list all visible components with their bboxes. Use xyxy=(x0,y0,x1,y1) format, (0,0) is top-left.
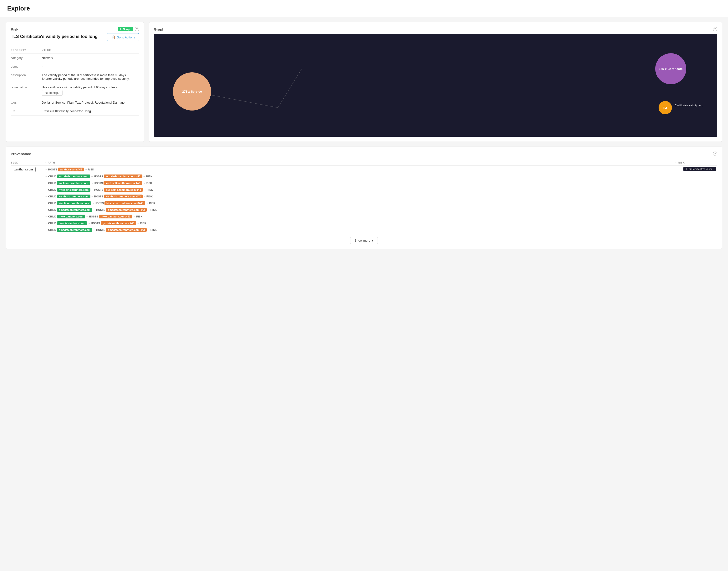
graph-lines xyxy=(154,34,717,137)
path-tag-teal[interactable]: kaelosoft.zanthora.com xyxy=(57,181,90,185)
property-value: Denial-of-Service, Plain Text Protocol, … xyxy=(42,98,139,107)
seed-badge: zanthora.com xyxy=(12,167,35,172)
path-items: →CHILDkineticore.zanthora.com→HOSTSkinet… xyxy=(45,201,674,205)
prov-path-cell: →CHILDnyxisainc.zanthora.com→HOSTSnyxisa… xyxy=(44,187,674,193)
property-name: urn xyxy=(11,107,42,116)
risk-result-badge: TLS Certificate's validi... xyxy=(683,167,716,171)
path-tag-orange[interactable]: xanthorix.zanthora.com:443 xyxy=(104,195,143,198)
prov-path-cell: →HOSTSzanthora.com:443→RISK xyxy=(44,166,674,173)
property-name: category xyxy=(11,54,42,62)
prov-seed-cell xyxy=(11,207,44,213)
path-label: →HOSTS xyxy=(92,202,104,205)
prov-seed-cell xyxy=(11,187,44,193)
prov-path-cell: →CHILDastralaris.zanthora.com→HOSTSastra… xyxy=(44,173,674,180)
prov-risk-cell xyxy=(674,220,717,227)
graph-panel-title: Graph xyxy=(154,27,164,31)
graph-canvas: 273 x Service 165 x Certificate TLS Cert… xyxy=(154,34,717,137)
property-value: ✓ xyxy=(42,62,139,71)
path-label: →RISK xyxy=(146,202,155,205)
prov-risk-cell xyxy=(674,213,717,220)
node-certificate: 165 x Certificate xyxy=(655,53,686,84)
risk-panel-header: Risk In Scope ? xyxy=(11,27,139,31)
go-to-actions-button[interactable]: 📋 Go to Actions xyxy=(107,33,139,41)
property-value: Use certificates with a validity period … xyxy=(42,83,139,98)
path-label: →CHILD xyxy=(45,202,56,205)
path-tag-teal[interactable]: omegatech.zanthora.com xyxy=(57,228,93,232)
prov-risk-cell xyxy=(674,200,717,207)
col-seed-header: SEED xyxy=(11,160,44,166)
node-certificate-label: 165 x Certificate xyxy=(659,67,683,71)
prov-row: →CHILDnyxisainc.zanthora.com→HOSTSnyxisa… xyxy=(11,187,717,193)
path-tag-orange[interactable]: kaelosoft.zanthora.com:443 xyxy=(104,181,142,185)
path-label: →CHILD xyxy=(45,215,56,218)
path-tag-teal[interactable]: astralaris.zanthora.com xyxy=(57,175,91,178)
property-col-header: PROPERTY xyxy=(11,47,42,54)
prov-path-cell: →CHILDomegatech.zanthora.com→HOSTSomegat… xyxy=(44,227,674,233)
path-tag-orange[interactable]: nyxisainc.zanthora.com:443 xyxy=(104,188,143,192)
path-tag-teal[interactable]: nyxel.zanthora.com xyxy=(57,215,86,218)
prov-risk-cell: TLS Certificate's validi... xyxy=(674,166,717,173)
inscope-badge: In Scope xyxy=(118,27,133,31)
actions-icon: 📋 xyxy=(111,35,115,39)
node-service-label: 273 x Service xyxy=(182,90,202,93)
graph-panel: Graph ? 273 x Service 165 x Certificate … xyxy=(149,22,722,142)
path-items: →HOSTSzanthora.com:443→RISK xyxy=(45,167,674,172)
prov-risk-cell xyxy=(674,193,717,200)
remediation-text: Use certificates with a validity period … xyxy=(42,86,137,89)
node-tls: TLS xyxy=(659,101,672,114)
path-tag-teal[interactable]: kineticore.zanthora.com xyxy=(57,201,91,205)
prov-seed-cell xyxy=(11,213,44,220)
col-path-header: → PATH xyxy=(44,160,674,166)
path-tag-orange[interactable]: astralaris.zanthora.com:443 xyxy=(104,175,142,178)
prov-path-cell: →CHILDomegatech.zanthora.com→HOSTSomegat… xyxy=(44,207,674,213)
path-label: →HOSTS xyxy=(93,228,105,232)
path-tag-orange[interactable]: zanthora.com:443 xyxy=(58,167,84,172)
show-more-container: Show more ▾ xyxy=(11,233,717,244)
property-name: demo xyxy=(11,62,42,71)
col-risk-header: → RISK xyxy=(674,160,717,166)
prov-seed-cell xyxy=(11,193,44,200)
path-label: →RISK xyxy=(133,215,142,218)
provenance-help-icon[interactable]: ? xyxy=(713,151,717,156)
path-tag-teal[interactable]: lyronix.zanthora.com xyxy=(57,221,87,225)
property-row: urnurn:issue:tls:validity:period:too_lon… xyxy=(11,107,139,116)
path-label: →RISK xyxy=(143,175,152,178)
path-label: →RISK xyxy=(143,195,153,198)
path-tag-teal[interactable]: xanthorix.zanthora.com xyxy=(57,195,91,198)
prov-row: →CHILDnyxel.zanthora.com→HOSTSnyxel.zant… xyxy=(11,213,717,220)
top-row: Risk In Scope ? TLS Certificate's validi… xyxy=(6,22,722,142)
prov-seed-cell xyxy=(11,227,44,233)
path-tag-orange[interactable]: nyxel.zanthora.com:443 xyxy=(99,215,132,218)
chevron-down-icon: ▾ xyxy=(372,239,373,242)
risk-title-row: TLS Certificate's validity period is too… xyxy=(11,34,139,43)
graph-help-icon[interactable]: ? xyxy=(713,27,717,31)
path-tag-orange[interactable]: lyronix.zanthora.com:443 xyxy=(101,221,136,225)
page-header: Explore xyxy=(0,0,728,17)
need-help-button[interactable]: Need help? xyxy=(42,90,62,96)
path-items: →CHILDnyxisainc.zanthora.com→HOSTSnyxisa… xyxy=(45,188,674,192)
path-label: →CHILD xyxy=(45,228,56,232)
path-tag-teal[interactable]: nyxisainc.zanthora.com xyxy=(57,188,91,192)
path-label: →HOSTS xyxy=(91,175,103,178)
path-items: →CHILDomegatech.zanthora.com→HOSTSomegat… xyxy=(45,208,674,212)
show-more-button[interactable]: Show more ▾ xyxy=(350,237,378,244)
risk-help-icon[interactable]: ? xyxy=(135,27,139,31)
node-tls-desc-text: Certificate's validity pe... xyxy=(675,104,703,107)
property-name: tags xyxy=(11,98,42,107)
prov-path-cell: →CHILDnyxel.zanthora.com→HOSTSnyxel.zant… xyxy=(44,213,674,220)
path-tag-orange[interactable]: omegatech.zanthora.com:443 xyxy=(106,228,147,232)
path-label: →RISK xyxy=(144,188,153,192)
prov-seed-cell xyxy=(11,200,44,207)
path-label: →RISK xyxy=(147,208,157,212)
path-items: →CHILDxanthorix.zanthora.com→HOSTSxantho… xyxy=(45,194,674,199)
path-tag-teal[interactable]: omegatech.zanthora.com xyxy=(57,208,93,212)
path-label: →RISK xyxy=(143,182,152,185)
path-label: →HOSTS xyxy=(45,168,57,171)
property-value: Network xyxy=(42,54,139,62)
prov-path-cell: →CHILDxanthorix.zanthora.com→HOSTSxantho… xyxy=(44,193,674,200)
provenance-title: Provenance xyxy=(11,152,31,156)
path-tag-orange[interactable]: omegatech.zanthora.com:443 xyxy=(106,208,147,212)
path-tag-orange[interactable]: kineticore.zanthora.com:8443 xyxy=(105,201,145,205)
prov-seed-cell: zanthora.com xyxy=(11,166,44,173)
prov-row: →CHILDastralaris.zanthora.com→HOSTSastra… xyxy=(11,173,717,180)
